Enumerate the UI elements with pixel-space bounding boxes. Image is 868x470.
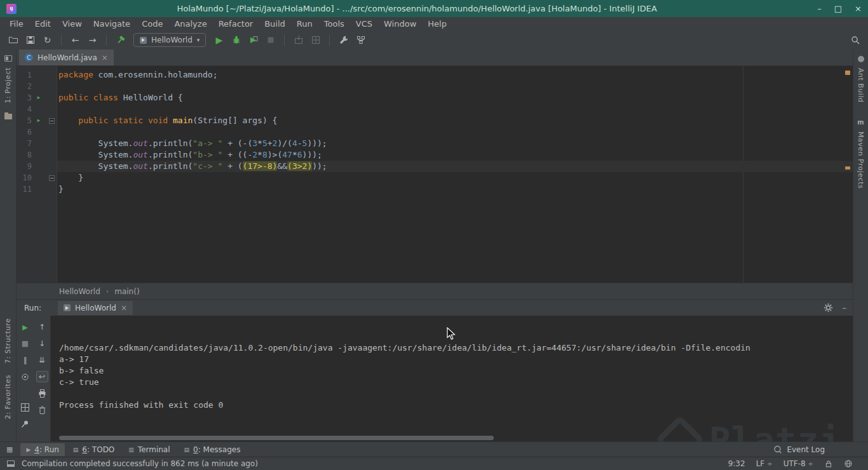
thread-dump-icon[interactable]	[19, 371, 31, 382]
menu-window[interactable]: Window	[378, 18, 422, 29]
sidebar-item-ant-build[interactable]: Ant Build	[857, 68, 865, 102]
menu-vcs[interactable]: VCS	[350, 18, 378, 29]
project-window-icon[interactable]	[4, 55, 12, 62]
forward-icon[interactable]: →	[85, 32, 100, 48]
code-token: (17>-8)	[243, 161, 278, 171]
open-folder-icon[interactable]	[5, 32, 21, 48]
folder-icon[interactable]	[4, 114, 12, 119]
event-log-icon	[773, 445, 782, 454]
caret-position-widget[interactable]: 9:32	[728, 459, 745, 468]
settings-wrench-icon[interactable]	[336, 32, 351, 48]
run-with-coverage-button[interactable]	[245, 32, 261, 48]
toolwindow-toggle-icon[interactable]	[6, 459, 15, 468]
code-token: )));	[307, 138, 327, 148]
menu-tools[interactable]: Tools	[318, 18, 350, 29]
editor-line-5[interactable]: 5▶ public static void main(String[] args…	[17, 115, 853, 126]
toolwindow-tab-terminal[interactable]: ▥Terminal	[123, 443, 175, 456]
code-token: "c-> "	[193, 161, 222, 171]
line-number: 4	[17, 104, 32, 115]
up-stack-icon[interactable]: ↑	[36, 321, 48, 333]
main-toolbar: ↻ ← → HelloWorld ▾ ▶	[0, 30, 868, 50]
pause-output-icon[interactable]: ∥	[19, 354, 31, 366]
soft-wrap-icon[interactable]: ↩	[36, 371, 48, 382]
toolwindow-tab-todo[interactable]: ▤6: TODO	[67, 443, 120, 456]
fold-icon[interactable]	[46, 115, 57, 126]
code-editor[interactable]: 1package com.erosennin.holamundo;2 3▶pub…	[17, 66, 853, 283]
restore-layout-icon[interactable]	[19, 401, 31, 413]
sync-icon[interactable]: ↻	[39, 32, 55, 48]
sidebar-item-structure[interactable]: 7: Structure	[4, 318, 12, 363]
sidebar-item-project[interactable]: 1: Project	[4, 67, 12, 104]
minimize-icon[interactable]: –	[817, 4, 822, 13]
clear-trash-icon[interactable]	[36, 404, 48, 415]
editor-line-2[interactable]: 2	[17, 81, 853, 92]
project-structure-icon[interactable]	[353, 32, 369, 48]
hide-panel-icon[interactable]: –	[843, 304, 847, 312]
code-text: package com.erosennin.holamundo;	[57, 69, 853, 81]
horizontal-scrollbar-thumb[interactable]	[59, 436, 494, 440]
editor-line-7[interactable]: 7 System.out.println("a-> " + (-(3*5+2)/…	[17, 138, 853, 149]
close-icon[interactable]: ×	[855, 4, 862, 13]
run-tab-helloworld[interactable]: HelloWorld ×	[58, 301, 133, 315]
menu-file[interactable]: File	[4, 18, 29, 29]
down-stack-icon[interactable]: ↓	[36, 338, 48, 349]
stop-icon[interactable]: ■	[19, 338, 31, 349]
menu-navigate[interactable]: Navigate	[88, 18, 136, 29]
tab-close-icon[interactable]: ×	[121, 304, 127, 312]
debug-button[interactable]	[228, 32, 244, 48]
menu-help[interactable]: Help	[422, 18, 452, 29]
tab-close-icon[interactable]: ×	[102, 54, 108, 62]
menu-run[interactable]: Run	[291, 18, 318, 29]
event-log-button[interactable]: Event Log	[773, 445, 863, 454]
editor-tab-helloworld[interactable]: C HelloWorld.java ×	[19, 50, 114, 65]
breadcrumb-class[interactable]: HelloWorld	[59, 287, 100, 296]
gear-icon[interactable]	[824, 303, 833, 312]
sidebar-item-maven-projects[interactable]: Maven Projects	[857, 131, 865, 189]
toolwindow-tab-messages[interactable]: ▤0: Messages	[179, 443, 247, 456]
menu-build[interactable]: Build	[259, 18, 291, 29]
line-number: 7	[17, 138, 32, 149]
error-stripe-mark[interactable]	[845, 166, 850, 170]
editor-line-3[interactable]: 3▶public class HelloWorld {	[17, 92, 853, 104]
console-line	[59, 388, 853, 399]
menu-edit[interactable]: Edit	[29, 18, 57, 29]
menu-code[interactable]: Code	[136, 18, 168, 29]
print-icon[interactable]	[36, 387, 48, 399]
editor-line-11[interactable]: 11}	[17, 184, 853, 195]
fold-icon[interactable]	[46, 172, 57, 184]
error-stripe-mark[interactable]	[845, 70, 850, 75]
pin-icon[interactable]	[19, 418, 31, 429]
editor-line-4[interactable]: 4	[17, 104, 853, 115]
globe-indicator-icon[interactable]	[844, 459, 853, 468]
editor-line-10[interactable]: 10 }	[17, 172, 853, 184]
run-console[interactable]: /home/csar/.sdkman/candidates/java/11.0.…	[51, 316, 853, 441]
back-icon[interactable]: ←	[67, 32, 83, 48]
build-hammer-icon[interactable]	[112, 32, 128, 48]
menu-analyze[interactable]: Analyze	[168, 18, 212, 29]
ant-build-icon[interactable]	[858, 56, 864, 62]
breadcrumb-method[interactable]: main()	[114, 287, 139, 296]
menu-view[interactable]: View	[57, 18, 88, 29]
run-button[interactable]: ▶	[211, 32, 227, 48]
maven-icon[interactable]: m	[857, 118, 865, 126]
save-icon[interactable]	[22, 32, 38, 48]
rerun-icon[interactable]: ▶	[19, 321, 31, 333]
encoding-widget[interactable]: UTF-8 ÷	[783, 459, 813, 468]
main-area: 1: Project 7: Structure 2: Favorites C H…	[0, 50, 868, 441]
search-everywhere-icon[interactable]	[847, 32, 863, 48]
scroll-to-end-icon[interactable]: ⇊	[36, 354, 48, 366]
sidebar-item-favorites[interactable]: 2: Favorites	[4, 375, 12, 419]
toolwindow-switcher-icon[interactable]: ▦	[6, 445, 13, 453]
editor-line-6[interactable]: 6	[17, 126, 853, 138]
menu-refactor[interactable]: Refactor	[213, 18, 259, 29]
maximize-icon[interactable]: □	[834, 4, 842, 13]
run-configuration-select[interactable]: HelloWorld ▾	[133, 33, 206, 47]
line-separator-widget[interactable]: LF ÷	[756, 459, 773, 468]
lock-icon[interactable]	[824, 459, 833, 468]
editor-line-9[interactable]: 9 System.out.println("c-> " + ((17>-8)&&…	[17, 161, 853, 172]
run-gutter-icon[interactable]: ▶	[32, 92, 46, 104]
editor-line-1[interactable]: 1package com.erosennin.holamundo;	[17, 69, 853, 81]
run-gutter-icon[interactable]: ▶	[32, 115, 46, 126]
editor-line-8[interactable]: 8 System.out.println("b-> " + ((-2*8)>(4…	[17, 149, 853, 161]
toolwindow-tab-run[interactable]: ▶4: Run	[20, 443, 64, 456]
